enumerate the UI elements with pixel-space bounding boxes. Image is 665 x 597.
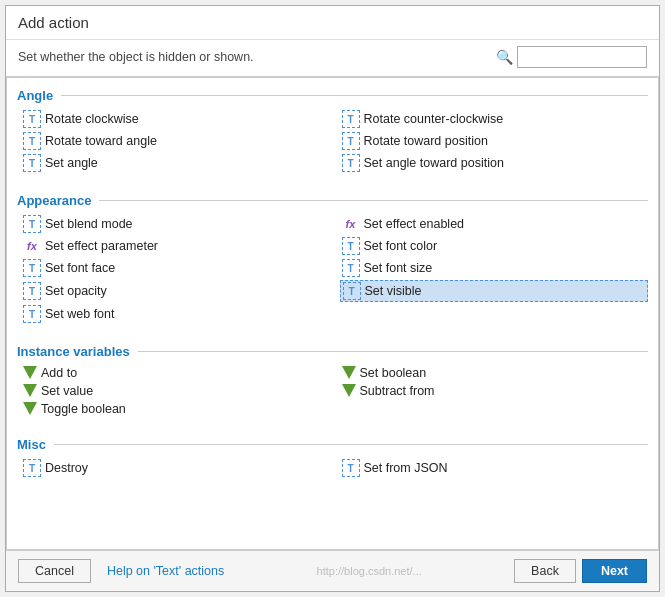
t-icon-set-visible: T — [343, 282, 361, 300]
item-label-set-opacity: Set opacity — [45, 284, 107, 298]
item-set-from-json[interactable]: TSet from JSON — [340, 458, 649, 478]
item-set-blend-mode[interactable]: TSet blend mode — [21, 214, 330, 234]
footer: Cancel Help on 'Text' actions http://blo… — [6, 550, 659, 591]
back-button[interactable]: Back — [514, 559, 576, 583]
t-icon-set-blend-mode: T — [23, 215, 41, 233]
item-label-rotate-ccw: Rotate counter-clockwise — [364, 112, 504, 126]
t-icon-destroy: T — [23, 459, 41, 477]
item-rotate-toward-angle[interactable]: TRotate toward angle — [21, 131, 330, 151]
item-label-set-font-color: Set font color — [364, 239, 438, 253]
gem-icon-subtract-from — [342, 384, 356, 398]
item-set-visible[interactable]: TSet visible — [340, 280, 649, 302]
item-label-rotate-toward-position: Rotate toward position — [364, 134, 488, 148]
t-icon-rotate-cw: T — [23, 110, 41, 128]
item-subtract-from[interactable]: Subtract from — [340, 383, 649, 399]
items-grid-appearance: TSet blend modefxSet effect enabledfxSet… — [17, 214, 648, 324]
items-grid-instance-variables: Add toSet booleanSet valueSubtract fromT… — [17, 365, 648, 417]
section-angle: AngleTRotate clockwiseTRotate counter-cl… — [7, 78, 658, 183]
item-destroy[interactable]: TDestroy — [21, 458, 330, 478]
item-label-set-web-font: Set web font — [45, 307, 115, 321]
item-label-set-value: Set value — [41, 384, 93, 398]
item-label-set-effect-parameter: Set effect parameter — [45, 239, 158, 253]
section-appearance: AppearanceTSet blend modefxSet effect en… — [7, 183, 658, 334]
item-label-set-angle: Set angle — [45, 156, 98, 170]
dialog-title: Add action — [6, 6, 659, 40]
content-area: AngleTRotate clockwiseTRotate counter-cl… — [6, 77, 659, 550]
item-set-opacity[interactable]: TSet opacity — [21, 280, 330, 302]
item-set-effect-enabled[interactable]: fxSet effect enabled — [340, 214, 649, 234]
t-icon-rotate-toward-position: T — [342, 132, 360, 150]
item-set-font-face[interactable]: TSet font face — [21, 258, 330, 278]
item-label-rotate-cw: Rotate clockwise — [45, 112, 139, 126]
section-line-misc — [54, 444, 648, 445]
section-title-angle: Angle — [17, 88, 61, 103]
section-header-misc: Misc — [17, 437, 648, 452]
footer-left: Cancel Help on 'Text' actions — [18, 559, 224, 583]
search-area: 🔍 — [496, 46, 647, 68]
section-title-appearance: Appearance — [17, 193, 99, 208]
t-icon-set-font-color: T — [342, 237, 360, 255]
item-label-rotate-toward-angle: Rotate toward angle — [45, 134, 157, 148]
search-icon: 🔍 — [496, 49, 513, 65]
item-set-web-font[interactable]: TSet web font — [21, 304, 330, 324]
t-icon-set-font-face: T — [23, 259, 41, 277]
item-set-angle-toward-position[interactable]: TSet angle toward position — [340, 153, 649, 173]
help-link[interactable]: Help on 'Text' actions — [107, 564, 224, 578]
cancel-button[interactable]: Cancel — [18, 559, 91, 583]
gem-icon-set-value — [23, 384, 37, 398]
section-line-instance-variables — [138, 351, 648, 352]
t-icon-set-from-json: T — [342, 459, 360, 477]
t-icon-set-font-size: T — [342, 259, 360, 277]
next-button[interactable]: Next — [582, 559, 647, 583]
item-rotate-toward-position[interactable]: TRotate toward position — [340, 131, 649, 151]
section-instance-variables: Instance variablesAdd toSet booleanSet v… — [7, 334, 658, 427]
item-set-angle[interactable]: TSet angle — [21, 153, 330, 173]
item-toggle-boolean[interactable]: Toggle boolean — [21, 401, 330, 417]
t-icon-set-web-font: T — [23, 305, 41, 323]
item-rotate-cw[interactable]: TRotate clockwise — [21, 109, 330, 129]
item-set-value[interactable]: Set value — [21, 383, 330, 399]
item-label-set-blend-mode: Set blend mode — [45, 217, 133, 231]
t-icon-set-angle-toward-position: T — [342, 154, 360, 172]
item-rotate-ccw[interactable]: TRotate counter-clockwise — [340, 109, 649, 129]
section-header-appearance: Appearance — [17, 193, 648, 208]
footer-right: Back Next — [514, 559, 647, 583]
items-grid-misc: TDestroyTSet from JSON — [17, 458, 648, 478]
item-set-font-size[interactable]: TSet font size — [340, 258, 649, 278]
fx-icon-set-effect-parameter: fx — [23, 237, 41, 255]
item-set-font-color[interactable]: TSet font color — [340, 236, 649, 256]
item-label-set-boolean: Set boolean — [360, 366, 427, 380]
dialog-subtitle: Set whether the object is hidden or show… — [6, 40, 659, 77]
subtitle-text: Set whether the object is hidden or show… — [18, 50, 254, 64]
add-action-dialog: Add action Set whether the object is hid… — [5, 5, 660, 592]
gem-icon-add-to — [23, 366, 37, 380]
item-label-set-font-face: Set font face — [45, 261, 115, 275]
t-icon-rotate-ccw: T — [342, 110, 360, 128]
search-input[interactable] — [517, 46, 647, 68]
t-icon-rotate-toward-angle: T — [23, 132, 41, 150]
section-header-angle: Angle — [17, 88, 648, 103]
section-header-instance-variables: Instance variables — [17, 344, 648, 359]
item-label-toggle-boolean: Toggle boolean — [41, 402, 126, 416]
item-label-set-effect-enabled: Set effect enabled — [364, 217, 465, 231]
t-icon-set-angle: T — [23, 154, 41, 172]
items-grid-angle: TRotate clockwiseTRotate counter-clockwi… — [17, 109, 648, 173]
section-title-misc: Misc — [17, 437, 54, 452]
item-label-set-font-size: Set font size — [364, 261, 433, 275]
section-misc: MiscTDestroyTSet from JSON — [7, 427, 658, 488]
item-label-set-angle-toward-position: Set angle toward position — [364, 156, 504, 170]
section-line-appearance — [99, 200, 648, 201]
item-label-destroy: Destroy — [45, 461, 88, 475]
gem-icon-toggle-boolean — [23, 402, 37, 416]
section-title-instance-variables: Instance variables — [17, 344, 138, 359]
section-line-angle — [61, 95, 648, 96]
item-label-add-to: Add to — [41, 366, 77, 380]
watermark-text: http://blog.csdn.net/... — [317, 565, 422, 577]
item-label-subtract-from: Subtract from — [360, 384, 435, 398]
fx-icon-set-effect-enabled: fx — [342, 215, 360, 233]
item-set-effect-parameter[interactable]: fxSet effect parameter — [21, 236, 330, 256]
item-set-boolean[interactable]: Set boolean — [340, 365, 649, 381]
item-label-set-visible: Set visible — [365, 284, 422, 298]
item-label-set-from-json: Set from JSON — [364, 461, 448, 475]
item-add-to[interactable]: Add to — [21, 365, 330, 381]
